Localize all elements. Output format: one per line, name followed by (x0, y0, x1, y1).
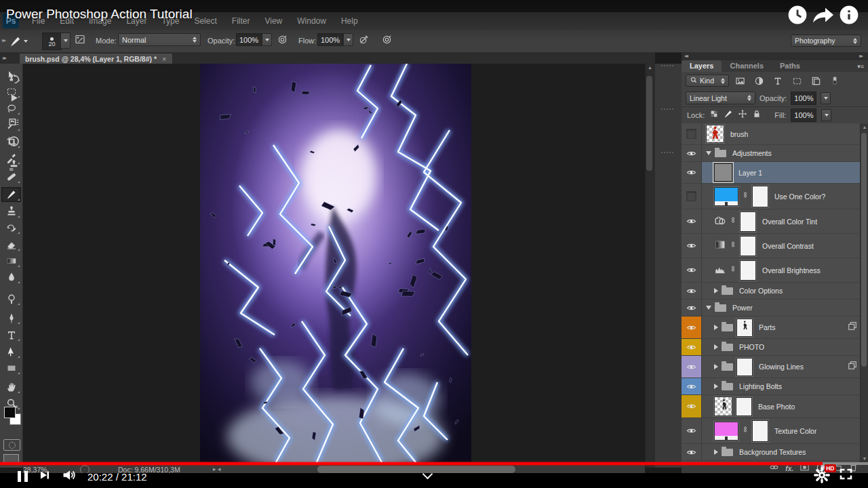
layer-visibility-toggle[interactable] (682, 317, 702, 338)
layer-row[interactable]: Glowing Lines (682, 356, 860, 378)
tablet-pressure-opacity-icon[interactable] (277, 35, 288, 47)
eraser-tool[interactable] (1, 237, 21, 252)
dock-properties-icon[interactable] (5, 114, 22, 130)
layer-thumbnail[interactable] (714, 396, 732, 416)
expand-closed-icon[interactable] (714, 364, 718, 369)
layer-row[interactable]: Base Photo (682, 395, 860, 418)
brush-tool[interactable] (1, 187, 21, 202)
settings-gear-icon[interactable]: HD (814, 467, 830, 483)
hand-tool[interactable] (1, 380, 21, 394)
layer-name[interactable]: Glowing Lines (759, 363, 804, 371)
layer-blend-mode-select[interactable]: Linear Light (686, 92, 755, 104)
layer-name[interactable]: Power (732, 304, 753, 312)
layer-fill-value[interactable]: 100% (791, 108, 816, 122)
layer-row[interactable]: Overall Contrast (682, 234, 860, 258)
historybrush-tool[interactable] (1, 220, 21, 235)
layer-name[interactable]: Layer 1 (738, 169, 762, 177)
chevron-down-icon[interactable] (423, 469, 433, 479)
filter-toggle-icon[interactable] (827, 75, 843, 87)
layer-visibility-toggle[interactable] (682, 234, 702, 258)
layer-row[interactable]: Texture Color (682, 418, 860, 444)
layer-row[interactable]: Color Options (682, 283, 860, 300)
layer-name[interactable]: PHOTO (739, 343, 764, 351)
dock-history-icon[interactable] (5, 70, 22, 87)
layer-name[interactable]: Lighting Bolts (739, 382, 782, 390)
expand-closed-icon[interactable] (714, 344, 718, 350)
expand-closed-icon[interactable] (714, 288, 718, 293)
lock-position-icon[interactable] (738, 109, 747, 121)
layer-visibility-toggle[interactable] (682, 184, 702, 209)
layer-mask-thumbnail[interactable] (740, 260, 756, 281)
layer-visibility-toggle[interactable] (682, 444, 702, 460)
photofilter-adjustment-icon[interactable] (714, 214, 726, 229)
scroll-up-icon[interactable]: ▲ (646, 65, 654, 70)
collapse-panels-icon[interactable]: ◂◂ (684, 52, 687, 60)
adjustment-filter-icon[interactable] (751, 75, 767, 87)
shape-filter-icon[interactable] (789, 75, 805, 87)
layer-name[interactable]: brush (730, 130, 748, 138)
layer-row[interactable]: Parts (682, 317, 860, 339)
menu-view[interactable]: View (257, 12, 290, 30)
share-icon[interactable] (813, 7, 833, 26)
workspace-select[interactable]: Photography (791, 35, 861, 47)
info-icon[interactable] (840, 5, 859, 27)
layer-row[interactable]: Layer 1 (682, 162, 860, 184)
gradient-tool[interactable] (1, 253, 21, 268)
layers-scroll-up-icon[interactable]: ▲ (861, 125, 868, 129)
mask-link-icon[interactable] (742, 424, 749, 437)
layer-row[interactable]: Overall Brightness (682, 258, 860, 283)
layer-visibility-toggle[interactable] (682, 378, 702, 394)
expand-closed-icon[interactable] (714, 384, 718, 389)
dodge-tool[interactable] (1, 291, 21, 306)
layer-name[interactable]: Background Textures (739, 448, 806, 456)
layer-visibility-toggle[interactable] (682, 123, 702, 144)
panel-menu-icon[interactable]: ▾≡ (853, 63, 868, 72)
expand-open-icon[interactable] (706, 306, 711, 310)
smart-filter-badge-icon[interactable] (848, 321, 857, 333)
layers-scroll-thumb[interactable] (861, 133, 867, 367)
layer-visibility-toggle[interactable] (682, 300, 702, 316)
gradsq-adjustment-icon[interactable] (714, 239, 726, 253)
layer-mask-thumbnail[interactable] (736, 319, 753, 337)
video-title[interactable]: Power Photoshop Action Tutorial (6, 7, 193, 22)
menu-help[interactable]: Help (334, 12, 366, 30)
layer-mask-thumbnail[interactable] (736, 397, 752, 416)
expand-closed-icon[interactable] (714, 325, 718, 330)
layer-thumbnail[interactable] (714, 163, 732, 182)
tab-paths[interactable]: Paths (772, 60, 808, 72)
layer-mask-thumbnail[interactable] (752, 420, 768, 442)
layer-mask-thumbnail[interactable] (736, 358, 753, 376)
layer-name[interactable]: Use One Color? (774, 192, 825, 201)
options-collapse-icon[interactable]: ▸▸ (2, 37, 5, 45)
layer-name[interactable]: Overall Brightness (762, 266, 821, 274)
toggle-brush-panel-button[interactable] (75, 34, 85, 47)
lock-pixels-icon[interactable] (724, 109, 733, 121)
layer-mask-thumbnail[interactable] (740, 236, 756, 256)
brush-size-box[interactable]: 20 (42, 33, 62, 50)
pen-tool[interactable] (1, 310, 21, 325)
fullscreen-icon[interactable] (840, 468, 852, 483)
document-tab[interactable]: brush.psd @ 28,4% (Layer 1, RGB/8#) *× (19, 53, 173, 64)
watch-later-icon[interactable] (788, 5, 807, 27)
type-tool[interactable] (1, 327, 21, 342)
menu-filter[interactable]: Filter (224, 12, 258, 30)
layer-row[interactable]: Overall Color Tint (682, 209, 860, 234)
layer-thumbnail[interactable] (706, 125, 724, 143)
layer-name[interactable]: Overall Color Tint (762, 218, 817, 226)
layer-visibility-toggle[interactable] (682, 356, 702, 378)
layer-visibility-toggle[interactable] (682, 339, 702, 355)
expand-open-icon[interactable] (706, 151, 711, 155)
layer-name[interactable]: Adjustments (732, 149, 772, 157)
filter-kind-select[interactable]: Kind (686, 75, 729, 87)
tab-channels[interactable]: Channels (722, 60, 772, 72)
vertical-scroll-thumb[interactable] (646, 76, 652, 171)
expand-panels-icon[interactable]: ▸▸ (859, 52, 862, 60)
layer-visibility-toggle[interactable] (682, 145, 702, 161)
layer-mask-thumbnail[interactable] (740, 211, 756, 232)
type-filter-icon[interactable] (770, 75, 786, 87)
brush-preset-picker[interactable] (9, 34, 33, 48)
layer-opacity-value[interactable]: 100% (791, 92, 816, 105)
opacity-value[interactable]: 100% (236, 33, 262, 46)
lock-all-icon[interactable] (752, 109, 762, 121)
stamp-tool[interactable] (1, 204, 21, 219)
